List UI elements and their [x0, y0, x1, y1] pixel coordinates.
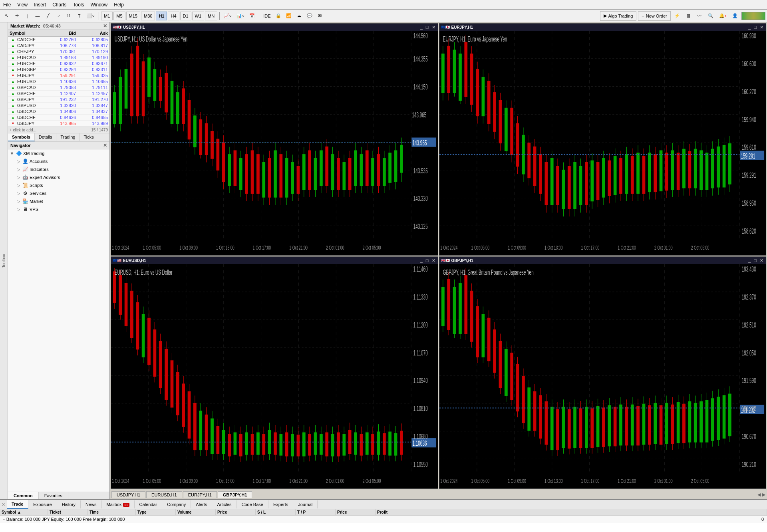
mw-row[interactable]: ▲ CADCHF 0.62760 0.62805 — [8, 37, 109, 43]
tf-m30[interactable]: M30 — [141, 12, 155, 20]
chart-eurusd-minimize[interactable]: _ — [419, 258, 423, 263]
nav-item[interactable]: ▷ 🏪 Market — [8, 197, 109, 205]
chart-tab-arrows[interactable]: ◀ ▶ — [757, 492, 765, 497]
new-order-btn[interactable]: + New Order — [638, 11, 671, 21]
bottom-tab-journal[interactable]: Journal — [293, 500, 318, 508]
chart-eurjpy-body[interactable]: 159.291 160.930 160.600 160.270 159.940 … — [439, 31, 766, 255]
shapes-tool[interactable]: ⬜▿ — [85, 11, 97, 21]
menu-insert[interactable]: Insert — [34, 2, 46, 8]
mw-row[interactable]: ▼ USDJPY 143.965 143.989 — [8, 121, 109, 127]
tf-mn[interactable]: MN — [205, 12, 217, 20]
menu-help[interactable]: Help — [114, 2, 124, 8]
bottom-panel-close[interactable]: ✕ — [0, 501, 7, 508]
nav-item[interactable]: ▷ 👤 Accounts — [8, 157, 109, 165]
chart-eurjpy-close[interactable]: ✕ — [759, 25, 764, 30]
profile-btn[interactable]: 👤 — [730, 11, 740, 21]
tf-m1[interactable]: M1 — [101, 12, 113, 20]
period-separators-tool[interactable]: ⁝⁝ — [64, 11, 74, 21]
signal-btn[interactable]: 📶 — [284, 11, 294, 21]
trendline-tool[interactable]: ╱ — [43, 11, 53, 21]
mw-row[interactable]: ▲ USDCHF 0.84626 0.84655 — [8, 115, 109, 121]
mw-row[interactable]: ▲ EURCHF 0.93632 0.93671 — [8, 61, 109, 67]
bottom-tab-trade[interactable]: Trade — [7, 500, 28, 509]
filter-btn[interactable]: ⚡ — [672, 11, 682, 21]
chart-indicators-btn[interactable]: 📊▿ — [234, 11, 246, 21]
chart-tab-prev[interactable]: ◀ — [757, 492, 761, 497]
cloud-btn[interactable]: ☁ — [294, 11, 304, 21]
chat-btn[interactable]: 💬 — [305, 11, 314, 21]
mw-row[interactable]: ▲ USDCAD 1.34806 1.34837 — [8, 109, 109, 115]
nav-root[interactable]: ▼ 🔷 XMTrading — [8, 149, 109, 157]
tab-ticks[interactable]: Ticks — [79, 133, 98, 141]
lock-btn[interactable]: 🔒 — [274, 11, 283, 21]
nav-item[interactable]: ▷ 📈 Indicators — [8, 165, 109, 173]
notifications-btn[interactable]: 🔔 1 — [717, 11, 729, 21]
bottom-tab-exposure[interactable]: Exposure — [28, 500, 57, 508]
bottom-tab-experts[interactable]: Experts — [268, 500, 293, 508]
ide-btn[interactable]: IDE — [261, 11, 272, 21]
menu-window[interactable]: Window — [91, 2, 108, 8]
mw-footer[interactable]: + click to add... 15 / 1479 — [8, 127, 109, 133]
chart-gbpjpy-body[interactable]: 191.232 193.430 192.370 192.510 192.050 … — [439, 264, 766, 488]
bottom-tab-mailbox[interactable]: Mailbox 11 — [102, 500, 135, 508]
email-btn[interactable]: ✉ — [315, 11, 325, 21]
period-btn[interactable]: 📅 — [247, 11, 257, 21]
nav-item[interactable]: ▷ 🤖 Expert Advisors — [8, 173, 109, 181]
chart-type-btn[interactable]: 📈▿ — [222, 11, 234, 21]
chart-usdjpy-close[interactable]: ✕ — [431, 25, 436, 30]
nav-item[interactable]: ▷ ⚙ Services — [8, 189, 109, 197]
mw-row[interactable]: ▲ GBPUSD 1.32820 1.32847 — [8, 103, 109, 109]
vertical-line-tool[interactable]: | — [22, 11, 32, 21]
menu-file[interactable]: File — [3, 2, 11, 8]
bottom-tab-articles[interactable]: Articles — [212, 500, 236, 508]
bottom-tab-history[interactable]: History — [57, 500, 81, 508]
tf-h4[interactable]: H4 — [168, 12, 179, 20]
chart-usdjpy-maximize[interactable]: □ — [425, 25, 429, 30]
nav-item[interactable]: ▷ 📜 Scripts — [8, 181, 109, 189]
tab-details[interactable]: Details — [35, 133, 57, 141]
mw-row[interactable]: ▲ GBPCAD 1.79053 1.79111 — [8, 85, 109, 91]
bottom-tab-codebase[interactable]: Code Base — [236, 500, 268, 508]
mw-add-symbol[interactable]: + click to add... — [10, 128, 36, 132]
tf-m15[interactable]: M15 — [126, 12, 140, 20]
line-studies-btn[interactable]: 〰 — [695, 11, 704, 21]
nav-tab-common[interactable]: Common — [8, 492, 39, 499]
nav-item[interactable]: ▷ 🖥 VPS — [8, 205, 109, 213]
text-tool[interactable]: T — [74, 11, 84, 21]
chart-tab-usdjpy[interactable]: USDJPY,H1 — [111, 491, 145, 498]
bottom-tab-company[interactable]: Company — [162, 500, 191, 508]
chart-layout-btn[interactable]: ▦ — [684, 11, 693, 21]
mw-row[interactable]: ▲ CHFJPY 170.081 170.129 — [8, 49, 109, 55]
tf-d1[interactable]: D1 — [180, 12, 191, 20]
menu-charts[interactable]: Charts — [52, 2, 66, 8]
chart-tab-next[interactable]: ▶ — [762, 492, 765, 497]
tf-m5[interactable]: M5 — [113, 12, 125, 20]
menu-view[interactable]: View — [17, 2, 28, 8]
search-btn[interactable]: 🔍 — [706, 11, 715, 21]
tf-w1[interactable]: W1 — [192, 12, 205, 20]
chart-tab-gbpjpy[interactable]: GBPJPY,H1 — [218, 491, 252, 498]
chart-eurusd-close[interactable]: ✕ — [431, 258, 436, 263]
crosshair-tool[interactable]: ✛ — [12, 11, 22, 21]
algo-trading-btn[interactable]: ▶ Algo Trading — [600, 11, 637, 21]
navigator-close[interactable]: ✕ — [103, 143, 107, 148]
chart-tab-eurjpy[interactable]: EURJPY,H1 — [183, 491, 217, 498]
chart-usdjpy-minimize[interactable]: _ — [419, 25, 423, 30]
mw-row[interactable]: ▲ EURUSD 1.10636 1.10655 — [8, 79, 109, 85]
nav-tab-favorites[interactable]: Favorites — [39, 492, 68, 499]
menu-tools[interactable]: Tools — [73, 2, 84, 8]
chart-tab-eurusd[interactable]: EURUSD,H1 — [146, 491, 182, 498]
mw-row[interactable]: ▼ EURJPY 159.291 159.325 — [8, 73, 109, 79]
chart-gbpjpy-maximize[interactable]: □ — [753, 258, 757, 263]
tf-h1[interactable]: H1 — [156, 12, 167, 20]
mw-row[interactable]: ▲ EURGBP 0.83284 0.83311 — [8, 67, 109, 73]
chart-usdjpy-body[interactable]: 144.560 144.355 144.150 143.965 143.740 … — [111, 31, 438, 255]
tab-symbols[interactable]: Symbols — [8, 133, 35, 141]
toolbox-label[interactable]: Toolbox — [2, 254, 6, 268]
bottom-tab-alerts[interactable]: Alerts — [191, 500, 212, 508]
cursor-tool[interactable]: ↖ — [2, 11, 11, 21]
mw-row[interactable]: ▲ GBPCHF 1.12407 1.12457 — [8, 91, 109, 97]
chart-eurjpy-minimize[interactable]: _ — [747, 25, 751, 30]
market-watch-close[interactable]: ✕ — [103, 23, 107, 29]
chart-gbpjpy-close[interactable]: ✕ — [759, 258, 764, 263]
